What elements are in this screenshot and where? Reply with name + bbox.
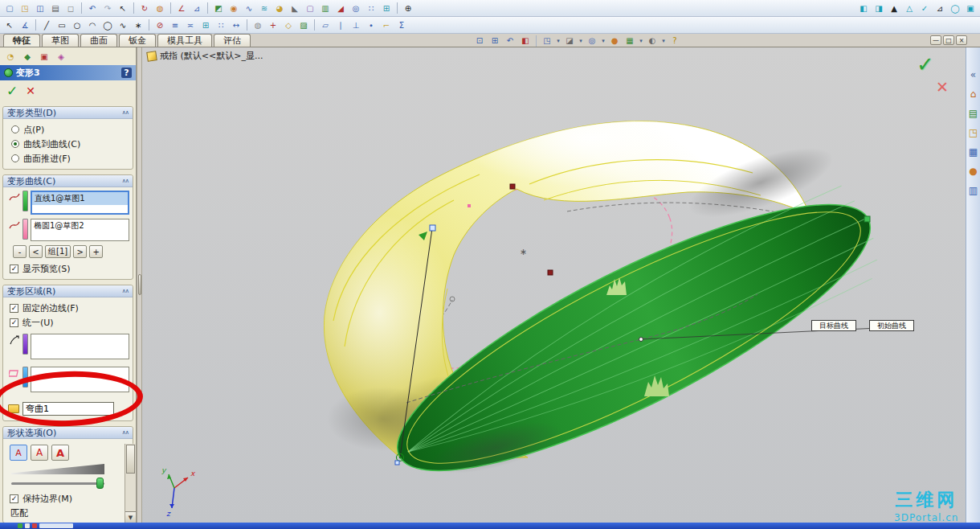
rapid-sketch-icon[interactable]: ▨ [296,18,311,32]
apply-scene-icon-dropdown[interactable]: ▾ [638,38,644,44]
group-label-button[interactable]: 组[1] [45,245,71,258]
annotation-table-icon[interactable]: ◧ [856,2,871,15]
stiffness-minimum-button[interactable]: A [10,445,27,461]
zoom-fit-icon[interactable]: ⊡ [472,35,487,47]
view-settings-icon-dropdown[interactable]: ▾ [660,38,667,44]
save-icon[interactable]: ◫ [33,2,47,15]
shape-accuracy-slider[interactable] [11,478,104,489]
apply-scene-icon[interactable]: ▦ [623,35,637,47]
convert-entities-icon[interactable]: ≡ [168,18,182,32]
3d-sketch-icon[interactable]: ⊿ [190,2,204,15]
spline-icon[interactable]: ∿ [116,18,130,32]
select-icon[interactable]: ↖ [116,2,130,15]
move-entities-icon[interactable]: ↔ [229,18,243,32]
tab-3[interactable]: 钣金 [119,34,156,47]
circle-icon[interactable]: ○ [70,18,84,32]
revision-icon[interactable]: ▣ [963,2,978,15]
taskbar-item-green[interactable] [18,523,22,528]
fixed-entities-listbox[interactable] [31,334,129,359]
view-settings-icon[interactable]: ◐ [645,35,659,47]
close-button[interactable]: × [956,35,967,45]
taskbar-item-red[interactable] [32,523,37,528]
balloon-icon[interactable]: ◯ [948,2,962,15]
tolerance-icon[interactable]: △ [902,2,917,15]
view-orientation-icon[interactable]: ◳ [540,35,554,47]
deform-type-option-1[interactable]: 曲线到曲线(C) [8,137,129,151]
hide-show-items-icon[interactable]: ◎ [585,35,599,47]
deform-type-option-2[interactable]: 曲面推进(F) [8,151,129,166]
hole-wizard-icon[interactable]: ◎ [349,2,363,15]
surface-finish-icon[interactable]: ✓ [917,2,932,15]
fillet-icon[interactable]: ◕ [272,2,287,15]
view-palette-icon[interactable]: ▦ [967,146,979,158]
rebuild-icon[interactable]: ↻ [137,2,152,15]
bom-table-icon[interactable]: ◨ [872,2,886,15]
control-vertex-marker[interactable] [548,270,553,275]
extrude-icon[interactable]: ◩ [211,2,226,15]
model-canvas[interactable]: ∗ x y z [142,47,966,523]
body-name-input[interactable] [22,402,114,416]
uniform-row[interactable]: 统一(U) [8,315,129,330]
zoom-area-icon[interactable]: ⊞ [488,35,502,47]
mirror-icon[interactable]: ⊞ [379,2,394,15]
pm-configuration-tab-icon[interactable]: ◆ [20,50,35,64]
draft-icon[interactable]: ◢ [333,2,348,15]
collapse-chevron-icon[interactable] [122,109,129,116]
radio-button[interactable] [11,140,19,148]
ellipse-icon[interactable]: ◯ [100,18,115,32]
chamfer-icon[interactable]: ◣ [288,2,302,15]
sketch-select-icon[interactable]: ↖ [2,18,17,32]
reference-axis-icon[interactable]: ∣ [333,18,348,32]
tab-1[interactable]: 草图 [42,34,79,47]
edit-appearance-icon[interactable]: ● [607,35,622,47]
display-style-icon-dropdown[interactable]: ▾ [578,38,584,44]
stiffness-medium-button[interactable]: A [31,445,48,461]
selected-curve-item[interactable]: 直线1@草图1 [32,192,128,205]
ok-button[interactable]: ✓ [6,83,18,99]
deform-type-option-0[interactable]: 点(P) [8,122,129,137]
redo-icon[interactable]: ↷ [100,2,115,15]
sweep-icon[interactable]: ∿ [242,2,256,15]
custom-properties-icon[interactable]: ▥ [967,184,979,196]
offset-entities-icon[interactable]: ≍ [183,18,198,32]
control-vertex-marker[interactable] [510,184,515,189]
datum-icon[interactable]: ▲ [887,2,901,15]
point-icon[interactable]: ∗ [131,18,145,32]
deform-type-header[interactable]: 变形类型(D) [3,107,133,119]
line-icon[interactable]: ╱ [39,18,54,32]
stiffness-maximum-button[interactable]: A [51,445,69,461]
previous-group-button[interactable]: < [29,245,43,258]
design-library-icon[interactable]: ▤ [967,107,979,119]
scrollbar-thumb[interactable] [126,445,135,474]
sketch-point-marker[interactable] [468,204,471,207]
slider-thumb[interactable] [96,478,104,489]
next-group-button[interactable]: > [73,245,87,258]
initial-curve-callout[interactable]: 初始曲线 [869,320,914,331]
ellipse-handle[interactable] [864,216,870,222]
uniform-checkbox[interactable] [10,318,18,327]
radio-button[interactable] [11,154,19,162]
slider-track[interactable] [11,482,104,485]
sketch-icon[interactable]: ∠ [174,2,189,15]
keep-boundary-checkbox[interactable] [10,494,18,503]
file-explorer-icon[interactable]: ◳ [967,126,979,138]
minimize-button[interactable]: — [930,35,941,45]
section-view-icon[interactable]: ◧ [518,35,533,47]
line-endpoint-handle[interactable] [395,461,399,465]
show-preview-checkbox[interactable] [10,264,18,273]
hide-show-items-icon-dropdown[interactable]: ▾ [600,38,606,44]
cancel-button[interactable]: ✕ [26,84,35,97]
fixed-edges-checkbox[interactable] [10,304,18,313]
weld-symbol-icon[interactable]: ⊿ [933,2,947,15]
appearances-icon[interactable]: ● [967,165,979,177]
confirmation-corner-ok[interactable]: ✓ [917,52,934,76]
reference-plane-icon[interactable]: ▱ [318,18,333,32]
restore-button[interactable]: □ [943,35,954,45]
line-endpoint-handle[interactable] [430,225,435,231]
resources-home-icon[interactable]: ⌂ [967,88,979,100]
add-pair-button[interactable]: + [89,245,103,258]
bodies-listbox[interactable] [31,367,129,392]
property-manager-scrollbar[interactable] [125,444,136,523]
linear-pattern-icon[interactable]: ∷ [364,2,378,15]
fixed-edges-row[interactable]: 固定的边线(F) [8,301,129,315]
